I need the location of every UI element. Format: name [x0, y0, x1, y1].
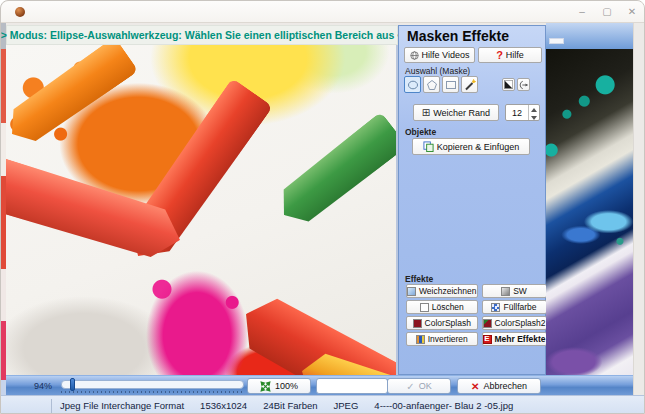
weicher-rand-label: Weicher Rand	[433, 108, 490, 118]
app-window: – ▢ ✕ -> Modus: Ellipse-Auswahlwerkzeug:…	[0, 0, 645, 414]
masken-effekte-panel: Masken Effekte Hilfe Videos ? Hilfe Ausw…	[398, 25, 546, 375]
magic-wand-tool-button[interactable]	[461, 76, 478, 93]
kopieren-einfuegen-label: Kopieren & Einfügen	[437, 142, 520, 152]
ok-label: OK	[419, 381, 432, 391]
loeschen-button[interactable]: Löschen	[406, 300, 478, 314]
window-right-margin	[633, 23, 645, 414]
status-file-type: JPEG	[334, 400, 359, 411]
grayscale-icon	[501, 287, 510, 296]
photo-fragment	[270, 111, 398, 232]
zoom-input-field[interactable]	[316, 378, 388, 394]
effect-label: Löschen	[432, 302, 464, 312]
weicher-rand-button[interactable]: ⊞ Weicher Rand	[413, 104, 499, 121]
effect-label: Invertieren	[428, 334, 468, 344]
sw-button[interactable]: SW	[482, 284, 547, 298]
app-icon	[15, 7, 25, 17]
objects-group-label: Objekte	[405, 127, 436, 137]
hilfe-videos-label: Hilfe Videos	[422, 50, 470, 60]
abbrechen-label: Abbrechen	[483, 381, 527, 391]
copy-paste-icon	[423, 141, 434, 152]
mehr-effekte-button[interactable]: E Mehr Effekte	[482, 332, 547, 346]
zoom-slider-ticks	[61, 391, 244, 393]
check-icon: ✓	[406, 381, 414, 392]
background-window-header	[546, 23, 633, 49]
invert-selection-button[interactable]	[502, 78, 515, 91]
invert-triangle-icon	[504, 80, 513, 89]
rectangle-select-tool-button[interactable]	[442, 76, 459, 93]
more-effects-icon: E	[483, 335, 492, 344]
zoom-slider-handle[interactable]	[70, 378, 75, 391]
zoom-100-label: 100%	[275, 381, 298, 391]
minimize-button[interactable]: –	[574, 4, 590, 20]
weichzeichnen-button[interactable]: Weichzeichnen	[406, 284, 478, 298]
hilfe-label: Hilfe	[506, 50, 524, 60]
ellipse-select-tool-button[interactable]	[404, 76, 421, 93]
cancel-x-icon: ✕	[471, 381, 479, 392]
effects-grid: Weichzeichnen SW Löschen Füllfarbe Color…	[406, 284, 539, 346]
fill-color-icon	[491, 303, 500, 312]
invertieren-button[interactable]: Invertieren	[406, 332, 478, 346]
background-window-control	[549, 38, 564, 44]
status-format: Jpeg File Interchange Format	[60, 400, 184, 411]
effect-label: Mehr Effekte	[495, 334, 546, 344]
deselect-button[interactable]	[517, 78, 530, 91]
plus-box-icon: ⊞	[422, 107, 430, 118]
colorsplash2-icon	[483, 319, 492, 328]
status-filename: 4----00-anfaenger- Blau 2 -05.jpg	[374, 400, 513, 411]
resize-arrows-icon	[260, 381, 271, 392]
effect-label: SW	[513, 286, 527, 296]
status-bar: Jpeg File Interchange Format 1536x1024 2…	[1, 395, 645, 414]
window-titlebar: – ▢ ✕	[1, 1, 645, 23]
colorsplash-button[interactable]: ColorSplash	[406, 316, 478, 330]
hilfe-button[interactable]: ? Hilfe	[478, 47, 542, 63]
colorsplash-icon	[413, 319, 422, 328]
ellipse-icon	[407, 79, 419, 91]
effect-label: Weichzeichnen	[419, 286, 477, 296]
photo-fragment	[6, 153, 188, 266]
selection-group-label: Auswahl (Maske)	[405, 66, 470, 76]
colorsplash2-button[interactable]: ColorSplash2	[482, 316, 547, 330]
abbrechen-button[interactable]: ✕ Abbrechen	[457, 378, 541, 394]
soft-edge-value: 12	[506, 105, 528, 120]
background-image-strip	[546, 49, 633, 375]
zoom-toolbar: 94% 100% ✓ OK ✕ Abbrechen	[6, 375, 633, 395]
effect-label: Füllfarbe	[503, 302, 536, 312]
rectangle-icon	[445, 79, 457, 91]
spin-up-button[interactable]	[529, 105, 539, 114]
close-button[interactable]: ✕	[624, 4, 640, 20]
effect-label: ColorSplash	[425, 318, 471, 328]
polygon-select-tool-button[interactable]	[423, 76, 440, 93]
photo-fragment	[6, 45, 139, 151]
panel-title: Masken Effekte	[407, 28, 509, 44]
blur-icon	[407, 287, 416, 296]
magic-wand-icon	[464, 79, 476, 91]
effects-group-label: Effekte	[405, 274, 433, 284]
fuellfarbe-button[interactable]: Füllfarbe	[482, 300, 547, 314]
question-icon: ?	[496, 49, 503, 61]
kopieren-einfuegen-button[interactable]: Kopieren & Einfügen	[412, 138, 530, 155]
mode-hint-bar: -> Modus: Ellipse-Auswahlwerkzeug: Wähle…	[6, 25, 398, 45]
status-dimensions: 1536x1024	[200, 400, 247, 411]
soft-edge-spinbox[interactable]: 12	[505, 104, 540, 121]
polygon-icon	[426, 79, 438, 91]
maximize-button[interactable]: ▢	[599, 4, 615, 20]
photo-fragment	[231, 287, 398, 375]
arrow-out-icon	[519, 80, 529, 90]
erase-icon	[420, 303, 429, 312]
image-canvas[interactable]	[6, 45, 398, 375]
status-separator	[51, 399, 52, 413]
spin-down-button[interactable]	[529, 114, 539, 123]
effect-label: ColorSplash2	[495, 318, 546, 328]
globe-icon	[410, 51, 419, 60]
zoom-slider[interactable]	[61, 380, 244, 389]
mode-hint-text: -> Modus: Ellipse-Auswahlwerkzeug: Wähle…	[0, 29, 407, 41]
zoom-100-button[interactable]: 100%	[247, 378, 311, 394]
hilfe-videos-button[interactable]: Hilfe Videos	[404, 47, 475, 63]
ok-button[interactable]: ✓ OK	[387, 378, 451, 394]
status-color-depth: 24Bit Farben	[263, 400, 317, 411]
zoom-percent-label: 94%	[34, 381, 52, 391]
invert-colors-icon	[416, 335, 425, 344]
